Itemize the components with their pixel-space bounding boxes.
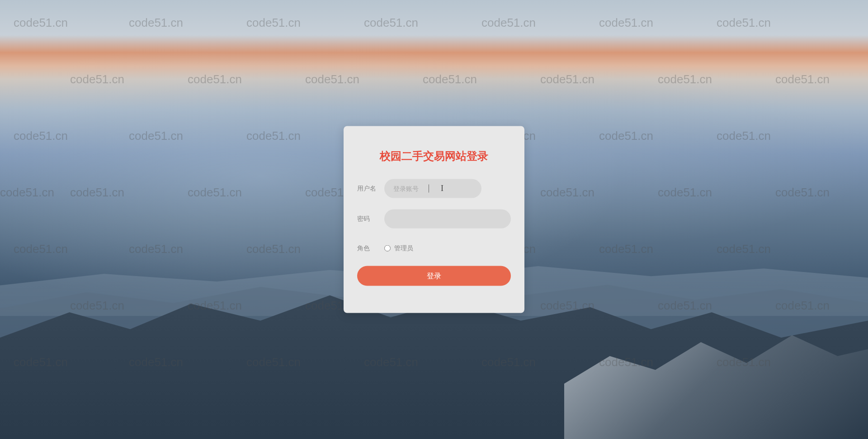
password-input[interactable] — [384, 210, 511, 229]
login-card: 校园二手交易网站登录 用户名 I 密码 角色 管理员 登录 — [344, 126, 524, 313]
login-button[interactable]: 登录 — [357, 266, 511, 286]
username-input[interactable] — [384, 179, 481, 198]
ibeam-cursor-icon: I — [441, 184, 443, 193]
role-label: 角色 — [357, 244, 384, 253]
username-row: 用户名 I — [357, 179, 511, 198]
password-row: 密码 — [357, 210, 511, 229]
admin-radio[interactable] — [384, 245, 391, 252]
role-row: 角色 管理员 — [357, 244, 511, 253]
admin-radio-label: 管理员 — [394, 244, 413, 253]
username-label: 用户名 — [357, 185, 384, 193]
text-cursor-icon — [429, 185, 429, 193]
login-title: 校园二手交易网站登录 — [357, 149, 511, 163]
password-label: 密码 — [357, 215, 384, 223]
